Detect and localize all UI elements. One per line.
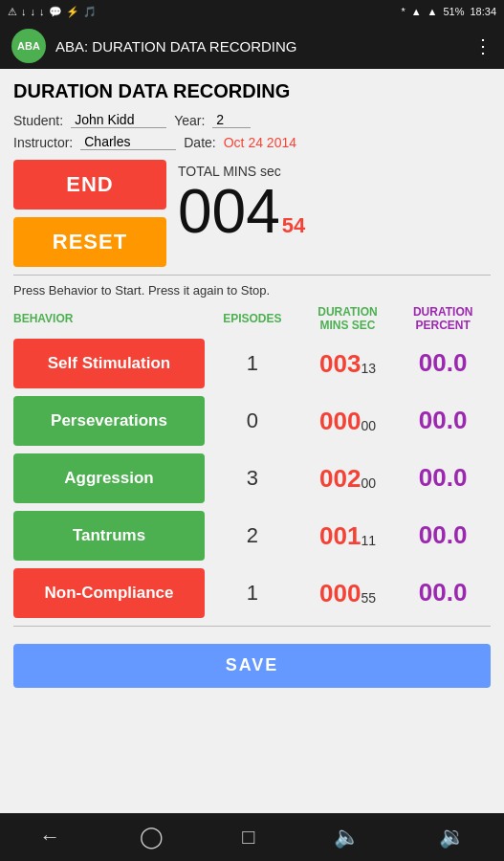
usb-icon: ⚡ [66,6,79,18]
table-header: BEHAVIOR EPISODES DURATION MINS sec DURA… [13,305,491,333]
year-label: Year: [174,113,205,128]
press-hint: Press Behavior to Start. Press it again … [13,283,491,298]
status-bar: ⚠ ↓ ↓ ↓ 💬 ⚡ 🎵 * ▲ ▲ 51% 18:34 [0,0,504,23]
th-pct-line2: PERCENT [395,319,491,332]
duration-val-4: 000 55 [300,581,396,606]
episodes-val-4: 1 [205,581,300,606]
timer-section: END RESET TOTAL MINS sec 004 54 [13,160,491,267]
bluetooth-icon: * [401,6,405,17]
music-icon: 🎵 [83,6,97,18]
episodes-val-1: 0 [205,408,300,433]
instructor-input[interactable] [80,134,176,150]
dur-sub-4: 55 [361,591,376,605]
dur-sub-1: 00 [361,419,376,432]
behavior-row: Aggression 3 002 00 00.0 [13,453,491,503]
app-logo: ABA [11,29,46,63]
duration-val-2: 002 00 [300,466,396,491]
behavior-row: Tantrums 2 001 11 00.0 [13,511,491,561]
th-episodes: EPISODES [205,312,300,325]
behavior-button-2[interactable]: Aggression [13,453,205,503]
dur-pct-2: 00.0 [395,463,491,493]
back-icon[interactable]: ← [39,825,60,850]
instructor-row: Instructor: Date: Oct 24 2014 [13,134,491,150]
dur-sub-0: 13 [361,362,376,375]
timer-main-value: 004 [178,181,280,242]
recents-icon[interactable]: □ [242,825,254,850]
episodes-val-0: 1 [205,351,300,376]
behavior-button-1[interactable]: Perseverations [13,396,205,446]
timer-sub-value: 54 [282,215,305,236]
warning-icon: ⚠ [8,6,17,18]
download-icon: ↓ [21,6,27,17]
volume-mute-icon[interactable]: 🔈 [334,825,360,850]
behavior-button-3[interactable]: Tantrums [13,511,205,561]
bottom-nav: ← ◯ □ 🔈 🔉 [0,813,504,861]
th-duration-pct: DURATION PERCENT [395,305,491,333]
behavior-rows: Self Stimulation 1 003 13 00.0 Persevera… [13,339,491,618]
dur-main-3: 001 [319,523,361,548]
download3-icon: ↓ [39,6,45,17]
th-behavior: BEHAVIOR [13,312,205,325]
top-bar-title: ABA: DURATION DATA RECORDING [55,38,464,55]
th-duration-line2: MINS sec [300,319,396,332]
menu-button[interactable]: ⋮ [473,34,493,57]
home-icon[interactable]: ◯ [140,825,164,850]
duration-val-3: 001 11 [300,523,396,548]
date-value: Oct 24 2014 [224,135,296,150]
episodes-val-2: 3 [205,466,300,491]
dur-main-4: 000 [319,581,361,606]
chat-icon: 💬 [49,6,62,18]
dur-pct-0: 00.0 [395,348,491,378]
behavior-row: Perseverations 0 000 00 00.0 [13,396,491,446]
reset-button[interactable]: RESET [13,217,166,267]
dur-sub-2: 00 [361,476,376,490]
status-left-icons: ⚠ ↓ ↓ ↓ 💬 ⚡ 🎵 [8,6,97,18]
status-right-info: * ▲ ▲ 51% 18:34 [401,6,496,17]
dur-main-1: 000 [319,408,361,433]
th-duration: DURATION MINS sec [300,305,396,333]
behavior-row: Non-Compliance 1 000 55 00.0 [13,568,491,618]
logo-text: ABA [17,40,40,52]
signal-icon: ▲ [427,6,438,17]
dur-pct-4: 00.0 [395,578,491,607]
divider-2 [13,626,491,627]
dur-pct-1: 00.0 [395,406,491,435]
save-button[interactable]: SAVE [13,644,491,688]
th-pct-line1: DURATION [395,305,491,319]
date-label: Date: [184,135,215,150]
episodes-val-3: 2 [205,523,300,548]
th-duration-line1: DURATION [300,305,396,319]
main-content: DURATION DATA RECORDING Student: Year: I… [0,69,504,813]
download2-icon: ↓ [31,6,36,17]
wifi-icon: ▲ [411,6,422,17]
top-bar: ABA ABA: DURATION DATA RECORDING ⋮ [0,23,504,69]
student-input[interactable] [71,112,166,128]
battery-level: 51% [443,6,464,17]
volume-icon[interactable]: 🔉 [439,825,465,850]
end-button[interactable]: END [13,160,166,210]
action-buttons: END RESET [13,160,166,267]
behavior-button-4[interactable]: Non-Compliance [13,568,205,618]
dur-pct-3: 00.0 [395,520,491,550]
divider-1 [13,275,491,276]
clock: 18:34 [470,6,496,17]
dur-sub-3: 11 [361,534,376,547]
page-title: DURATION DATA RECORDING [13,80,491,102]
behavior-button-0[interactable]: Self Stimulation [13,339,205,388]
dur-main-0: 003 [319,351,361,376]
year-input[interactable] [212,112,251,128]
instructor-label: Instructor: [13,135,73,150]
behavior-row: Self Stimulation 1 003 13 00.0 [13,339,491,388]
student-row: Student: Year: [13,112,491,128]
dur-main-2: 002 [319,466,361,491]
duration-val-1: 000 00 [300,408,396,433]
timer-display-col: TOTAL MINS sec 004 54 [178,160,305,242]
student-label: Student: [13,113,63,128]
timer-display: 004 54 [178,181,305,242]
duration-val-0: 003 13 [300,351,396,376]
